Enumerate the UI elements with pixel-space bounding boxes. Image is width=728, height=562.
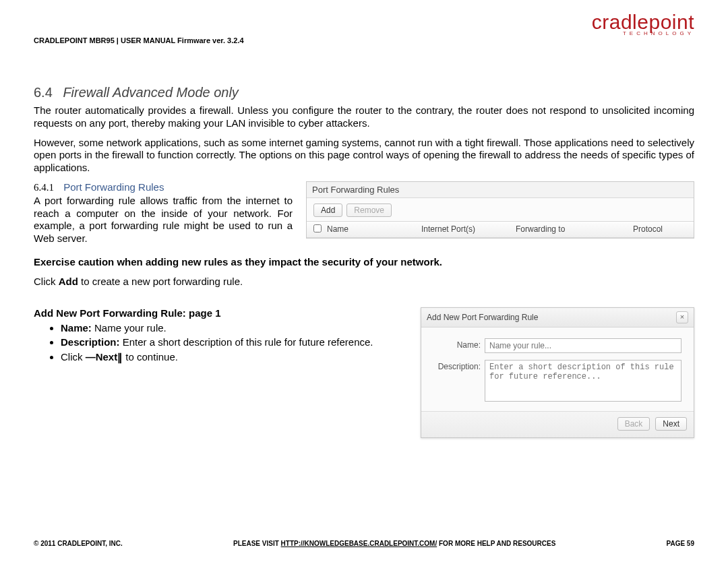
footer-help: PLEASE VISIT HTTP://KNOWLEDGEBASE.CRADLE… — [233, 540, 555, 547]
grid-header: Name Internet Port(s) Forwarding to Prot… — [307, 221, 694, 238]
add-rule-dialog: Add New Port Forwarding Rule × Name: Des… — [421, 307, 694, 438]
bullet-desc-label: Description: — [61, 336, 120, 348]
dialog-titlebar: Add New Port Forwarding Rule × — [421, 308, 694, 327]
subsection-number: 6.4.1 — [34, 182, 54, 193]
add-rule-heading: Add New Port Forwarding Rule: page 1 — [34, 307, 400, 319]
col-ports: Internet Port(s) — [421, 224, 516, 235]
bullet-next-post: to continue. — [123, 351, 178, 363]
bullet-description: Description: Enter a short description o… — [61, 336, 400, 349]
document-page: CRADLEPOINT MBR95 | USER MANUAL Firmware… — [0, 0, 728, 438]
click-add-pre: Click — [34, 276, 59, 287]
section-heading: Firewall Advanced Mode only — [63, 85, 239, 100]
logo-text: cradlepoint — [592, 12, 694, 32]
add-rule-description: Add New Port Forwarding Rule: page 1 Nam… — [34, 307, 400, 365]
select-all-checkbox[interactable] — [313, 224, 327, 235]
footer-link[interactable]: HTTP://KNOWLEDGEBASE.CRADLEPOINT.COM/ — [281, 540, 437, 547]
subsection-row: 6.4.1 Port Forwarding Rules A port forwa… — [34, 181, 694, 245]
add-rule-row: Add New Port Forwarding Rule: page 1 Nam… — [34, 307, 694, 438]
remove-button[interactable]: Remove — [346, 204, 392, 217]
dialog-row-name: Name: — [433, 338, 681, 353]
footer-copyright: © 2011 CRADLEPOINT, INC. — [34, 540, 123, 547]
add-button[interactable]: Add — [313, 204, 342, 217]
doc-header-line: CRADLEPOINT MBR95 | USER MANUAL Firmware… — [34, 36, 244, 44]
footer-page-number: PAGE 59 — [666, 540, 694, 547]
section-number: 6.4 — [34, 85, 53, 100]
click-add-line: Click Add to create a new port forwardin… — [34, 276, 694, 287]
bullet-name-label: Name: — [61, 322, 92, 334]
page-footer: © 2011 CRADLEPOINT, INC. PLEASE VISIT HT… — [34, 540, 694, 547]
bullet-name: Name: Name your rule. — [61, 321, 400, 335]
port-forwarding-panel: Port Forwarding Rules Add Remove Name In… — [306, 181, 694, 239]
bullet-next: Click ―Next‖ to continue. — [61, 350, 400, 364]
back-button[interactable]: Back — [617, 417, 650, 431]
panel-title: Port Forwarding Rules — [307, 182, 694, 198]
brand-logo: cradlepoint TECHNOLOGY — [592, 12, 694, 36]
name-field[interactable] — [485, 338, 681, 353]
section-paragraph-2: However, some network applications, such… — [34, 137, 694, 175]
click-add-post: to create a new port forwarding rule. — [78, 276, 243, 287]
subsection-heading: Port Forwarding Rules — [63, 181, 164, 193]
dialog-row-description: Description: — [433, 360, 681, 402]
next-button[interactable]: Next — [655, 417, 687, 431]
caution-text: Exercise caution when adding new rules a… — [34, 256, 694, 268]
footer-mid-pre: PLEASE VISIT — [233, 540, 281, 547]
description-field[interactable] — [485, 360, 681, 402]
bullet-name-text: Name your rule. — [92, 322, 166, 334]
click-add-bold: Add — [59, 276, 78, 287]
close-icon[interactable]: × — [676, 311, 688, 323]
subsection-paragraph: A port forwarding rule allows traffic fr… — [34, 195, 293, 245]
footer-mid-post: FOR MORE HELP AND RESOURCES — [437, 540, 555, 547]
dialog-body: Name: Description: — [421, 327, 694, 411]
dialog-title: Add New Port Forwarding Rule — [427, 313, 538, 322]
name-label: Name: — [433, 338, 485, 350]
col-name: Name — [327, 224, 421, 235]
col-forwarding: Forwarding to — [516, 224, 633, 235]
panel-toolbar: Add Remove — [307, 198, 694, 221]
bullet-next-pre: Click — [61, 351, 86, 363]
section-paragraph-1: The router automatically provides a fire… — [34, 104, 694, 130]
dialog-footer: Back Next — [421, 411, 694, 437]
description-label: Description: — [433, 360, 485, 371]
bullet-desc-text: Enter a short description of this rule f… — [120, 336, 373, 348]
bullet-next-bold: ―Next‖ — [86, 351, 123, 363]
page-header: CRADLEPOINT MBR95 | USER MANUAL Firmware… — [34, 12, 694, 44]
section-title: 6.4 Firewall Advanced Mode only — [34, 85, 694, 100]
subsection-text: 6.4.1 Port Forwarding Rules A port forwa… — [34, 181, 293, 245]
subsection-title: 6.4.1 Port Forwarding Rules — [34, 181, 293, 193]
col-protocol: Protocol — [633, 224, 687, 235]
add-rule-bullets: Name: Name your rule. Description: Enter… — [34, 321, 400, 364]
